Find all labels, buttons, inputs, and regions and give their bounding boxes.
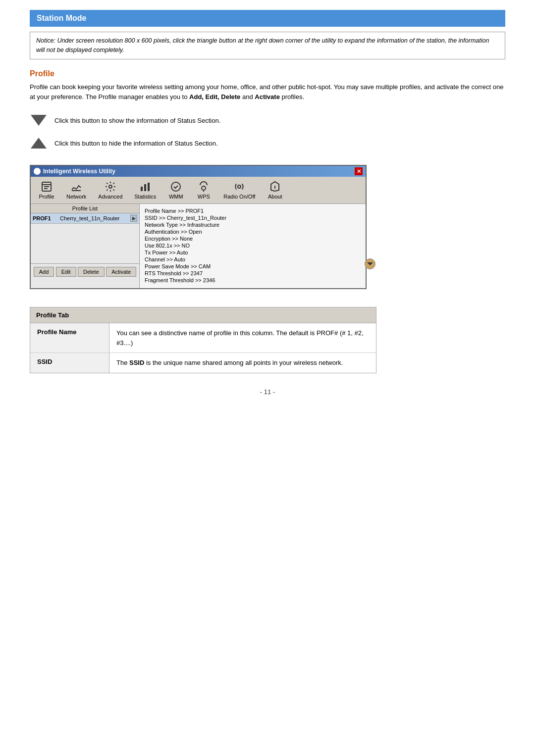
detail-ssid: SSID >> Cherry_test_11n_Router xyxy=(145,215,361,221)
network-icon xyxy=(70,181,82,193)
profile-ssid-cell: Cherry_test_11n_Router xyxy=(60,215,130,221)
svg-marker-14 xyxy=(367,262,373,265)
toolbar-advanced-label: Advanced xyxy=(98,194,122,200)
toolbar-profile-button[interactable]: Profile xyxy=(34,179,59,202)
add-button[interactable]: Add xyxy=(34,267,54,277)
toolbar-wmm-button[interactable]: WMM xyxy=(163,179,189,202)
profile-bold-1: Add, Edit, Delete xyxy=(189,93,240,101)
toolbar-about-button[interactable]: About xyxy=(262,179,288,202)
profile-arrow-button[interactable]: ▶ xyxy=(130,215,137,222)
detail-fragment: Fragment Threshold >> 2346 xyxy=(145,277,361,283)
detail-power-save: Power Save Mode >> CAM xyxy=(145,263,361,269)
triangle-up-icon xyxy=(31,138,47,149)
notice-text: Notice: Under screen resolution 800 x 60… xyxy=(36,37,489,53)
toolbar-statistics-button[interactable]: Statistics xyxy=(129,179,161,202)
detail-rts: RTS Threshold >> 2347 xyxy=(145,270,361,276)
utility-titlebar: Intelligent Wireless Utility ✕ xyxy=(31,166,366,177)
detail-authentication: Authentication >> Open xyxy=(145,229,361,235)
svg-point-10 xyxy=(202,186,206,190)
svg-point-12 xyxy=(238,185,241,188)
profile-name-value: You can see a distinctive name of profil… xyxy=(109,323,376,353)
detail-802-text: Use 802.1x >> NO xyxy=(145,243,190,249)
page-number-text: - 11 - xyxy=(260,388,275,396)
toolbar-profile-label: Profile xyxy=(39,194,54,200)
toolbar-radio-button[interactable]: Radio On/Off xyxy=(218,179,260,202)
utility-title-text: Intelligent Wireless Utility xyxy=(43,168,115,175)
advanced-icon xyxy=(105,181,116,193)
activate-button[interactable]: Activate xyxy=(106,267,136,277)
detail-profile-name: Profile Name >> PROF1 xyxy=(145,208,361,214)
utility-content: Profile List PROF1 Cherry_test_11n_Route… xyxy=(31,204,366,288)
profile-bold-2: Activate xyxy=(255,93,280,101)
ssid-value-post: is the unique name shared among all poin… xyxy=(144,359,343,366)
svg-rect-8 xyxy=(148,183,150,191)
btn-up-text: Click this button to hide the informatio… xyxy=(54,140,218,147)
ssid-value: The SSID is the unique name shared among… xyxy=(109,353,376,373)
svg-point-9 xyxy=(171,182,180,191)
radio-icon xyxy=(233,181,245,193)
detail-802: Use 802.1x >> NO xyxy=(145,243,361,249)
detail-fragment-text: Fragment Threshold >> 2346 xyxy=(145,277,215,283)
toolbar-wmm-label: WMM xyxy=(169,194,183,200)
left-panel: Profile List PROF1 Cherry_test_11n_Route… xyxy=(31,204,140,288)
detail-network-type: Network Type >> Infrastructure xyxy=(145,222,361,228)
triangle-up-button[interactable] xyxy=(30,134,48,152)
profile-name-label-text: Profile Name xyxy=(37,328,76,336)
about-icon xyxy=(269,181,281,193)
toolbar-about-label: About xyxy=(268,194,282,200)
ssid-bold: SSID xyxy=(129,359,144,366)
detail-auth-text: Authentication >> Open xyxy=(145,229,202,235)
delete-button[interactable]: Delete xyxy=(78,267,105,277)
wps-icon xyxy=(198,181,210,193)
button-up-info: Click this button to hide the informatio… xyxy=(30,134,505,152)
btn-down-text: Click this button to show the informatio… xyxy=(54,117,220,124)
profile-tab-table: Profile Tab Profile Name You can see a d… xyxy=(30,307,376,373)
ssid-value-pre: The xyxy=(116,359,129,366)
statistics-icon xyxy=(139,181,151,193)
triangle-down-button[interactable] xyxy=(30,111,48,129)
left-panel-buttons: Add Edit Delete Activate xyxy=(31,263,139,280)
profile-desc-2: and xyxy=(240,93,255,101)
toolbar-statistics-label: Statistics xyxy=(134,194,156,200)
toolbar-wps-label: WPS xyxy=(198,194,210,200)
profile-section: Profile Profile can book keeping your fa… xyxy=(30,69,505,152)
toolbar-wps-button[interactable]: WPS xyxy=(191,179,216,202)
detail-rts-text: RTS Threshold >> 2347 xyxy=(145,270,203,276)
detail-tx-power: Tx Power >> Auto xyxy=(145,250,361,255)
profile-row[interactable]: PROF1 Cherry_test_11n_Router ▶ xyxy=(31,213,139,224)
wifi-icon-small xyxy=(34,168,41,175)
button-down-info: Click this button to show the informatio… xyxy=(30,111,505,129)
titlebar-title: Intelligent Wireless Utility xyxy=(34,168,115,175)
ssid-row: SSID The SSID is the unique name shared … xyxy=(30,353,376,373)
detail-power-save-text: Power Save Mode >> CAM xyxy=(145,263,211,269)
toolbar: Profile Network xyxy=(31,177,366,204)
profile-list-header-text: Profile List xyxy=(72,205,98,211)
toolbar-advanced-button[interactable]: Advanced xyxy=(93,179,127,202)
page-title: Station Mode xyxy=(37,14,86,22)
toolbar-network-button[interactable]: Network xyxy=(61,179,91,202)
profile-icon xyxy=(41,181,53,193)
expand-button[interactable] xyxy=(365,258,375,269)
triangle-down-icon xyxy=(31,115,47,126)
svg-point-5 xyxy=(109,185,112,188)
profile-tab-header-text: Profile Tab xyxy=(36,311,69,319)
profile-desc-3: profiles. xyxy=(280,93,304,101)
ssid-label-text: SSID xyxy=(37,358,52,365)
edit-button[interactable]: Edit xyxy=(56,267,76,277)
detail-channel: Channel >> Auto xyxy=(145,256,361,262)
utility-window: Intelligent Wireless Utility ✕ Profile xyxy=(30,165,367,289)
detail-ssid-text: SSID >> Cherry_test_11n_Router xyxy=(145,215,226,221)
profile-list-header: Profile List xyxy=(31,204,139,213)
profile-name-row: Profile Name You can see a distinctive n… xyxy=(30,323,376,353)
svg-rect-6 xyxy=(141,187,143,191)
right-panel: Profile Name >> PROF1 SSID >> Cherry_tes… xyxy=(140,204,366,288)
window-close-button[interactable]: ✕ xyxy=(355,167,363,175)
profile-name-label: Profile Name xyxy=(30,323,109,353)
detail-profile-name-text: Profile Name >> PROF1 xyxy=(145,208,204,214)
detail-tx-text: Tx Power >> Auto xyxy=(145,250,188,255)
detail-encryption: Encryption >> None xyxy=(145,236,361,242)
station-mode-header: Station Mode xyxy=(30,10,505,27)
profile-name-value-text: You can see a distinctive name of profil… xyxy=(116,329,364,347)
toolbar-radio-label: Radio On/Off xyxy=(223,194,255,200)
detail-encryption-text: Encryption >> None xyxy=(145,236,193,242)
